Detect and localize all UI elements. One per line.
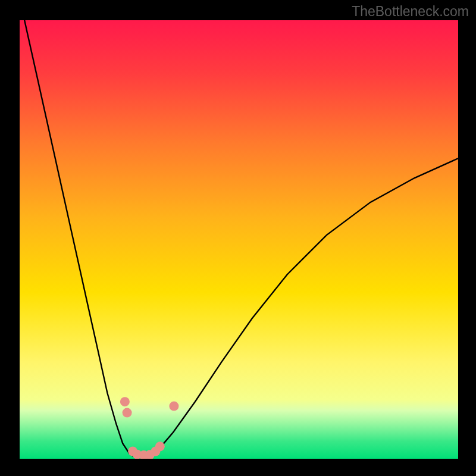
data-marker <box>155 441 165 451</box>
gradient-background <box>20 20 458 459</box>
chart-svg <box>0 0 476 476</box>
chart-container: TheBottleneck.com <box>0 0 476 476</box>
data-marker <box>169 402 178 411</box>
attribution-text: TheBottleneck.com <box>352 4 469 20</box>
data-marker <box>123 408 132 418</box>
data-marker <box>120 397 130 406</box>
